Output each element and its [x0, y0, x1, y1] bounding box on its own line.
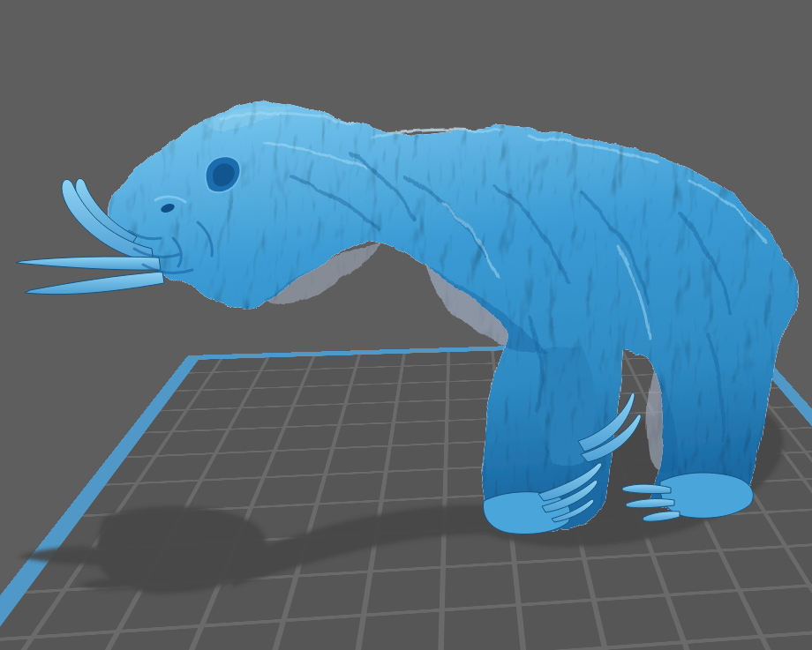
- creature-model[interactable]: [0, 0, 812, 650]
- hind-claw: [626, 499, 674, 508]
- front-foot: [484, 492, 571, 534]
- viewport-3d[interactable]: [0, 0, 812, 650]
- lower-tusk-upper: [16, 257, 161, 270]
- hind-claw: [643, 512, 680, 521]
- lower-tusk-lower: [25, 272, 164, 295]
